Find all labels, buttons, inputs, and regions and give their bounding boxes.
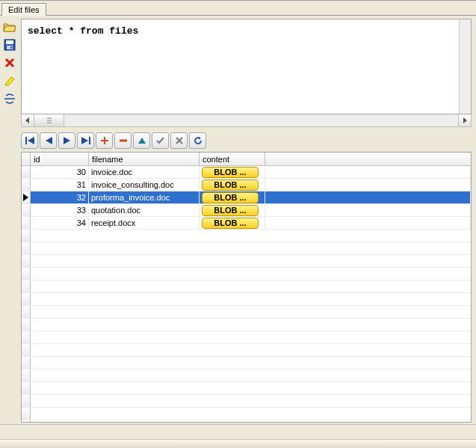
cell-spacer [265,217,471,229]
scroll-thumb[interactable] [34,114,64,126]
table-row[interactable]: 33quotation.docBLOB ... [22,204,471,217]
side-toolbar [0,16,19,424]
grid-corner [22,153,31,165]
svg-rect-1 [6,40,13,44]
cell-content[interactable]: BLOB ... [200,179,265,191]
cell-content[interactable]: BLOB ... [200,191,265,203]
cell-spacer [265,166,471,178]
row-indicator [22,179,31,191]
column-header-content[interactable]: content [200,153,265,165]
status-bar [0,424,476,439]
column-header-filename[interactable]: filename [89,153,200,165]
empty-row [22,230,471,242]
blob-button[interactable]: BLOB ... [202,218,259,229]
cell-filename[interactable]: invoice.doc [89,166,200,178]
result-grid: id filename content 30invoice.docBLOB ..… [21,152,472,423]
empty-row [22,331,471,344]
blob-button[interactable]: BLOB ... [202,179,259,191]
row-indicator [22,191,31,203]
delete-button[interactable] [3,56,16,70]
cell-content[interactable]: BLOB ... [200,217,265,229]
blob-button[interactable]: BLOB ... [202,167,259,178]
record-nav-toolbar [21,132,472,149]
cell-filename[interactable]: quotation.doc [89,204,200,216]
cell-content[interactable]: BLOB ... [200,204,265,216]
empty-row [22,255,471,268]
grid-body: 30invoice.docBLOB ...31invoice_consultin… [22,166,471,422]
scroll-left-button[interactable] [22,114,34,126]
empty-row [22,280,471,293]
grid-header: id filename content [22,153,471,166]
empty-row [22,319,471,331]
cell-id[interactable]: 30 [31,166,89,178]
empty-row [22,420,471,422]
table-row[interactable]: 30invoice.docBLOB ... [22,166,471,179]
sql-horizontal-scrollbar[interactable] [21,114,472,127]
footer-bar [0,439,476,448]
svg-rect-6 [120,140,127,142]
svg-rect-4 [25,137,27,144]
nav-last-button[interactable] [77,132,94,149]
cell-id[interactable]: 33 [31,204,89,216]
sql-vertical-scrollbar[interactable] [459,19,471,114]
table-row[interactable]: 32proforma_invoice.docBLOB ... [22,191,471,204]
nav-post-button[interactable] [152,132,169,149]
tab-edit-files[interactable]: Edit files [1,3,46,16]
tab-label: Edit files [8,5,40,14]
scroll-track[interactable] [64,114,458,126]
sql-editor[interactable]: select * from files [21,19,472,114]
blob-button[interactable]: BLOB ... [202,205,259,216]
empty-row [22,395,471,408]
empty-row [22,293,471,306]
open-folder-button[interactable] [3,20,16,34]
strikethrough-button[interactable] [3,92,16,105]
nav-edit-button[interactable] [133,132,150,149]
cell-spacer [265,179,471,191]
cell-filename[interactable]: invoice_consulting.doc [89,179,200,191]
nav-insert-button[interactable] [96,132,113,149]
sql-text: select * from files [28,25,465,37]
column-header-id[interactable]: id [31,153,89,165]
nav-prev-button[interactable] [40,132,57,149]
table-row[interactable]: 31invoice_consulting.docBLOB ... [22,179,471,191]
cell-filename[interactable]: proforma_invoice.doc [89,191,200,203]
nav-first-button[interactable] [21,132,38,149]
empty-row [22,344,471,357]
blob-button[interactable]: BLOB ... [202,192,259,203]
row-indicator [22,166,31,178]
empty-row [22,369,471,382]
cell-id[interactable]: 32 [31,191,89,203]
nav-refresh-button[interactable] [189,132,206,149]
nav-next-button[interactable] [58,132,75,149]
nav-delete-button[interactable] [114,132,132,149]
svg-rect-3 [10,46,12,49]
row-indicator [22,204,31,216]
column-header-spacer [265,153,471,165]
svg-rect-5 [89,137,90,144]
scroll-right-button[interactable] [458,114,471,126]
cell-content[interactable]: BLOB ... [200,166,265,178]
table-row[interactable]: 34receipt.docxBLOB ... [22,217,471,230]
empty-row [22,357,471,369]
main-area: select * from files [0,16,476,424]
row-indicator [22,217,31,229]
cell-filename[interactable]: receipt.docx [89,217,200,229]
cell-id[interactable]: 31 [31,179,89,191]
tab-strip: Edit files [0,1,476,16]
empty-row [22,268,471,280]
content-pane: select * from files [19,16,476,424]
app-window: Edit files select * from files [0,0,476,448]
cell-id[interactable]: 34 [31,217,89,229]
empty-row [22,408,471,420]
empty-row [22,306,471,319]
highlight-button[interactable] [3,74,16,88]
nav-cancel-button[interactable] [170,132,188,149]
empty-row [22,382,471,395]
save-button[interactable] [3,38,16,52]
empty-row [22,242,471,255]
cell-spacer [265,191,471,203]
cell-spacer [265,204,471,216]
